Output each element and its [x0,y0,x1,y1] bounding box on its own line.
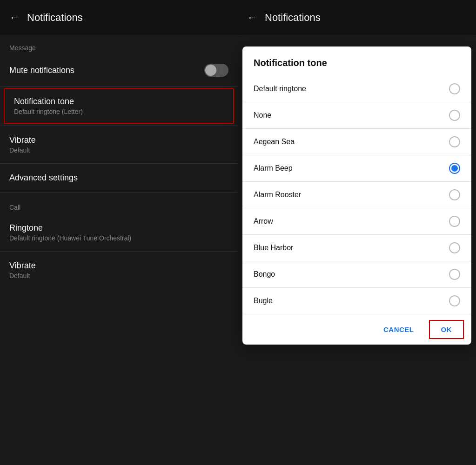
option-row[interactable]: None [242,102,471,129]
radio-button[interactable] [449,269,460,280]
divider-5 [0,251,238,252]
option-label: Alarm Rooster [254,191,301,199]
cancel-button[interactable]: CANCEL [372,320,425,339]
right-panel: ← Notifications Notification tone Defaul… [238,0,476,465]
mute-toggle[interactable] [204,64,228,77]
vibrate-message-label: Vibrate [9,135,228,145]
advanced-settings-item[interactable]: Advanced settings [0,166,238,190]
radio-inner [451,165,458,172]
vibrate-call-sub: Default [9,272,228,279]
left-header: ← Notifications [0,0,238,35]
vibrate-message-sub: Default [9,146,228,154]
message-section-label: Message [0,35,238,56]
option-row[interactable]: Blue Harbor [242,235,471,261]
option-label: None [254,111,271,120]
radio-button[interactable] [449,136,460,147]
option-label: Arrow [254,217,273,226]
left-header-title: Notifications [27,12,83,24]
vibrate-call-item[interactable]: Vibrate Default [0,253,238,287]
option-label: Blue Harbor [254,244,293,252]
option-label: Aegean Sea [254,138,295,146]
option-row[interactable]: Aegean Sea [242,129,471,155]
radio-button[interactable] [449,295,460,306]
right-header-title: Notifications [265,12,321,24]
radio-button[interactable] [449,110,460,121]
option-label: Default ringtone [254,85,306,93]
left-panel: ← Notifications Message Mute notificatio… [0,0,238,465]
divider-1 [0,86,238,86]
left-back-button[interactable]: ← [9,12,20,24]
option-row[interactable]: Default ringtone [242,76,471,102]
ok-button[interactable]: OK [429,320,464,339]
dialog-buttons: CANCEL OK [242,314,471,345]
ringtone-sub: Default ringtone (Huawei Tune Orchestral… [9,234,228,242]
advanced-settings-label: Advanced settings [9,173,228,183]
divider-2 [0,126,238,126]
right-header: ← Notifications [238,0,476,35]
option-row[interactable]: Alarm Beep [242,155,471,182]
radio-button[interactable] [449,216,460,227]
ringtone-item[interactable]: Ringtone Default ringtone (Huawei Tune O… [0,216,238,249]
vibrate-call-label: Vibrate [9,261,228,271]
dialog-options-list: Default ringtoneNoneAegean SeaAlarm Beep… [242,76,471,314]
right-back-button[interactable]: ← [247,12,257,24]
dialog-title: Notification tone [242,46,471,76]
option-label: Alarm Beep [254,164,293,173]
divider-3 [0,163,238,164]
option-row[interactable]: Bongo [242,261,471,288]
option-row[interactable]: Bugle [242,288,471,314]
ringtone-label: Ringtone [9,223,228,233]
mute-notifications-label: Mute notifications [9,66,74,75]
radio-button[interactable] [449,83,460,94]
option-row[interactable]: Alarm Rooster [242,182,471,208]
left-content: Message Mute notifications Notification … [0,35,238,465]
option-label: Bongo [254,270,275,279]
vibrate-message-item[interactable]: Vibrate Default [0,128,238,161]
notification-tone-item[interactable]: Notification tone Default ringtone (Lett… [4,88,234,124]
mute-notifications-item[interactable]: Mute notifications [0,56,238,84]
option-label: Bugle [254,297,273,305]
notification-tone-label: Notification tone [14,97,224,106]
radio-button[interactable] [449,163,460,174]
toggle-thumb [205,65,216,76]
notification-tone-dialog: Notification tone Default ringtoneNoneAe… [242,46,471,345]
option-row[interactable]: Arrow [242,208,471,235]
radio-button[interactable] [449,242,460,253]
notification-tone-sub: Default ringtone (Letter) [14,108,224,115]
radio-button[interactable] [449,189,460,200]
call-section-label: Call [0,194,238,216]
divider-4 [0,192,238,193]
